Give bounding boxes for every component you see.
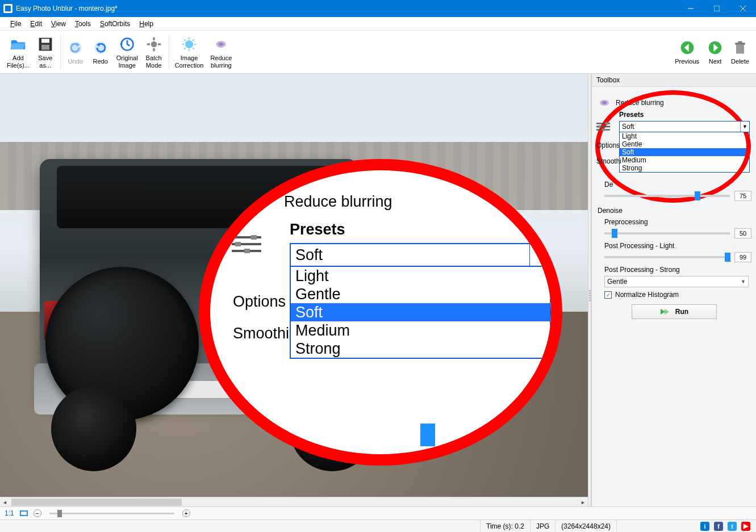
window-title: Easy Photo Unblur - montero.jpg* [16,5,678,12]
menu-bar: File Edit View Tools SoftOrbits Help [0,17,756,31]
toolbox-panel: Toolbox Reduce blurring Presets Soft ▼ O… [591,74,756,506]
post-strong-selected: Gentle [607,278,627,286]
scroll-thumb[interactable] [11,499,182,506]
post-light-slider[interactable] [604,256,730,258]
normalize-label: Normalize Histogram [615,291,679,299]
zoom-option-medium[interactable]: Medium [291,321,550,340]
facebook-icon[interactable]: f [714,522,723,531]
zoom-preset-combobox[interactable]: Soft ▼ [290,243,551,267]
batch-mode-button[interactable]: Batch Mode [141,34,166,69]
scroll-left-icon[interactable]: ◄ [0,497,10,506]
svg-rect-8 [153,37,155,40]
options-label: Options [596,141,620,149]
social-links: i f t ▶ [695,522,756,531]
post-strong-label: Post Processing - Strong [604,266,751,274]
toolbar: Add File(s)... Save as... Undo Redo Orig… [0,31,756,74]
minimize-button[interactable] [678,0,704,17]
next-button[interactable]: Next [703,37,728,66]
preset-option-light[interactable]: Light [620,132,749,140]
status-dimensions: (3264x2448x24) [555,520,617,532]
zoom-ratio[interactable]: 1:1 [5,509,14,517]
svg-rect-22 [244,249,250,253]
annotation-zoom-ellipse: Reduce blurring Presets Soft ▼ Options S… [199,159,562,466]
zoom-smoothing-label: Smoothi [233,325,289,342]
svg-point-7 [151,41,157,48]
preset-option-medium[interactable]: Medium [620,156,749,164]
previous-button[interactable]: Previous [671,37,703,66]
twitter-icon[interactable]: t [728,522,737,531]
arrow-left-icon [678,39,696,57]
maximize-button[interactable] [704,0,730,17]
chevron-down-icon: ▼ [741,279,746,284]
save-as-button[interactable]: Save as... [33,34,58,69]
image-correction-button[interactable]: Image Correction [172,34,207,69]
blur-icon [212,35,230,53]
folder-open-icon [9,35,27,53]
zoom-option-soft[interactable]: Soft [291,303,550,321]
redo-button[interactable]: Redo [88,34,113,69]
run-label: Run [675,308,688,316]
sliders-icon [595,121,611,132]
zoom-out-button[interactable]: − [34,509,41,517]
post-strong-select[interactable]: Gentle ▼ [604,276,749,287]
fit-screen-icon[interactable] [20,510,28,516]
menu-file[interactable]: File [6,19,26,29]
zoom-option-gentle[interactable]: Gentle [291,285,550,303]
play-icon [659,308,670,316]
app-icon [3,4,12,13]
svg-rect-0 [714,6,720,11]
menu-tools[interactable]: Tools [70,19,95,29]
preset-combobox[interactable]: Soft ▼ [619,121,750,132]
undo-button[interactable]: Undo [63,34,88,69]
presets-label: Presets [619,111,751,119]
run-button[interactable]: Run [632,304,717,319]
zoom-options-label: Options [233,293,286,311]
title-bar: Easy Photo Unblur - montero.jpg* [0,0,756,17]
post-light-value[interactable]: 99 [734,252,751,262]
menu-view[interactable]: View [47,19,70,29]
preset-option-strong[interactable]: Strong [620,164,749,172]
trash-icon [731,39,749,57]
scroll-right-icon[interactable]: ► [578,497,588,506]
preprocessing-slider[interactable] [604,232,730,234]
youtube-icon[interactable]: ▶ [741,522,750,531]
preset-option-soft[interactable]: Soft [620,148,749,156]
preprocessing-label: Preprocessing [604,218,751,226]
detail-value[interactable]: 75 [734,191,751,201]
svg-point-14 [219,43,224,46]
vertical-splitter[interactable] [588,74,591,506]
menu-softorbits[interactable]: SoftOrbits [95,19,135,29]
original-image-button[interactable]: Original Image [113,34,141,69]
zoom-preset-listbox[interactable]: Light Gentle Soft Medium Strong [290,267,551,359]
menu-edit[interactable]: Edit [26,19,47,29]
menu-help[interactable]: Help [135,19,158,29]
zoom-option-light[interactable]: Light [291,267,550,285]
zoom-option-strong[interactable]: Strong [291,340,550,358]
checkbox-icon: ✓ [604,291,612,299]
svg-rect-21 [235,242,241,246]
svg-rect-19 [738,41,742,43]
normalize-histogram-checkbox[interactable]: ✓ Normalize Histogram [604,291,751,299]
svg-point-12 [185,40,193,48]
image-canvas[interactable]: Reduce blurring Presets Soft ▼ Options S… [0,74,588,506]
status-empty [0,520,481,532]
detail-slider[interactable] [604,195,730,197]
preset-option-gentle[interactable]: Gentle [620,140,749,148]
arrow-right-icon [706,39,724,57]
info-icon[interactable]: i [700,522,709,531]
reduce-blurring-button[interactable]: Reduce blurring [207,34,235,69]
zoom-slider[interactable] [49,513,174,514]
preset-listbox[interactable]: Light Gentle Soft Medium Strong [619,132,750,173]
horizontal-scrollbar[interactable]: ◄ ► [0,497,588,506]
zoom-in-button[interactable]: + [182,509,190,517]
delete-button[interactable]: Delete [728,37,753,66]
svg-rect-10 [147,44,149,46]
close-button[interactable] [730,0,756,17]
add-files-button[interactable]: Add File(s)... [3,34,33,69]
svg-rect-25 [605,122,608,125]
preprocessing-value[interactable]: 50 [734,228,751,238]
zoom-bar: 1:1 − + [0,506,756,520]
svg-rect-27 [602,128,605,131]
chevron-down-icon: ▼ [740,122,749,132]
toolbox-title: Toolbox [592,74,756,87]
